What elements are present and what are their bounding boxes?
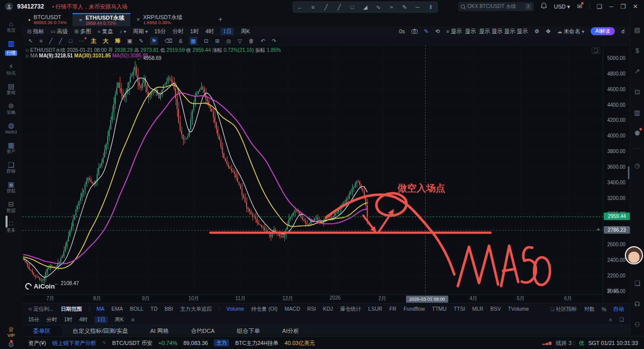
- drawing-tool-icon[interactable]: ≡: [39, 37, 42, 45]
- locate-button[interactable]: ⟲ 定位到...: [28, 306, 54, 313]
- multi-chart-menu[interactable]: ⊞多图: [74, 28, 91, 35]
- sub-indicator-button[interactable]: Fundflow: [404, 306, 425, 313]
- draw-tool-icon[interactable]: ‖: [424, 4, 437, 10]
- panel-resize-handle[interactable]: [6, 216, 8, 228]
- draw-tool-icon[interactable]: □: [346, 4, 359, 10]
- sound-menu[interactable]: ♪▾: [120, 29, 126, 34]
- candlestick-chart-canvas[interactable]: [22, 45, 603, 303]
- drawing-tool-icon[interactable]: ╱: [49, 37, 53, 45]
- drawing-tool-icon[interactable]: ▦: [189, 37, 197, 45]
- tab-prefix-icon[interactable]: ✕: [136, 17, 140, 22]
- overlay-indicator-button[interactable]: MA: [97, 306, 105, 313]
- drawing-tool-icon[interactable]: ↶: [261, 37, 265, 45]
- symbol-tab[interactable]: ● BTC/USDT 89083.36 0.74%: [22, 13, 72, 26]
- draw-tool-icon[interactable]: ≈: [385, 4, 398, 10]
- symbol-tab[interactable]: ✕ XRP/USDT永续 1.8956 0.36%: [130, 13, 188, 26]
- line-label[interactable]: 线路 3 :: [556, 339, 575, 347]
- trend-analysis-icon[interactable]: ↗: [634, 67, 640, 75]
- timeframe-button[interactable]: 1日: [95, 316, 108, 323]
- drawing-tool-icon[interactable]: 主: [91, 37, 97, 45]
- sub-indicator-button[interactable]: RSI: [307, 306, 316, 313]
- kline-compare-icon[interactable]: ▥: [634, 109, 640, 116]
- sidebar-item[interactable]: ▣ 授权: [0, 181, 22, 194]
- drawing-tool-icon[interactable]: ⌫: [165, 37, 173, 45]
- drawing-tool-icon[interactable]: ⚑: [150, 37, 158, 45]
- drawing-tool-icon[interactable]: ↷: [272, 37, 276, 45]
- draw-tool-icon[interactable]: ◢: [359, 4, 372, 11]
- sub-indicator-button[interactable]: Volume: [226, 306, 244, 313]
- monitor-icon[interactable]: ⊡: [634, 88, 640, 96]
- timeframe-button[interactable]: 分时: [173, 28, 184, 35]
- bottom-panel-tab[interactable]: 组合下单: [226, 325, 271, 336]
- watchlist-icon[interactable]: ▤: [634, 26, 640, 34]
- drawing-tool-icon[interactable]: ▽: [237, 37, 242, 45]
- sub-indicator-button[interactable]: TTSI: [454, 306, 465, 313]
- close-timeframe-icon[interactable]: ✕: [131, 317, 135, 323]
- overlay-indicator-button[interactable]: BBI: [165, 306, 173, 313]
- assistant-robot-icon[interactable]: ⚇: [634, 321, 640, 328]
- maximize-button[interactable]: ❐: [620, 3, 626, 10]
- collapse-circle-icon[interactable]: ⊙: [25, 48, 29, 53]
- symbol-tab[interactable]: ✕ ETH/USDT永续 2959.44 0.72%: [72, 13, 130, 26]
- sub-indicator-button[interactable]: TTMU: [432, 306, 446, 313]
- collapse-circle-icon[interactable]: ⊙: [25, 53, 29, 58]
- replay-menu[interactable]: «复盘: [98, 28, 113, 35]
- refresh-icon[interactable]: ⟲: [435, 28, 440, 35]
- overlay-indicator-button[interactable]: EMA: [111, 306, 123, 313]
- customer-service-headset-icon[interactable]: ☊: [634, 300, 640, 308]
- main-force-badge[interactable]: 主力: [214, 339, 229, 346]
- ai-robot-icon[interactable]: ⚉: [634, 129, 640, 137]
- axis-scrollbar[interactable]: [628, 166, 629, 179]
- drawing-tool-icon[interactable]: ╱: [59, 37, 62, 45]
- timeframe-button[interactable]: 4时: [79, 316, 88, 323]
- collapse-panel-icon[interactable]: ∧: [609, 317, 612, 322]
- log-scale-toggle[interactable]: 对数: [584, 306, 595, 313]
- panel-layout-icon[interactable]: ❏: [619, 317, 624, 322]
- sidebar-item[interactable]: ▥ 行情: [0, 40, 22, 56]
- auto-scale-toggle[interactable]: 自动: [613, 306, 624, 313]
- draw-tool-icon[interactable]: ←: [293, 4, 306, 10]
- notification-bell-icon[interactable]: [541, 3, 547, 11]
- sub-indicator-button[interactable]: MLR: [472, 306, 483, 313]
- assistant-avatar[interactable]: [625, 246, 643, 264]
- drawing-tool-icon[interactable]: 🗑: [249, 37, 254, 45]
- chip-distribution-toggle[interactable]: 筹码: [607, 288, 621, 295]
- currency-selector[interactable]: USD ▾: [554, 4, 570, 10]
- date-range-button[interactable]: 日期范围: [61, 306, 82, 313]
- search-input[interactable]: OKX BTC/USDT 永续 /: [458, 2, 534, 11]
- plot-expand-icon[interactable]: ❏: [592, 47, 600, 54]
- add-tab-button[interactable]: +: [211, 15, 229, 23]
- settings-gear-icon[interactable]: ⚙: [534, 28, 539, 35]
- ai-analysis-button[interactable]: AI解读: [591, 27, 614, 35]
- settings-gear-icon[interactable]: ⚙: [8, 340, 15, 349]
- timeframe-button[interactable]: 1时: [64, 316, 72, 323]
- sidebar-item[interactable]: ⊚ 策略: [0, 102, 22, 115]
- drawing-tool-icon[interactable]: ⊞: [215, 37, 220, 45]
- bottom-panel-tab[interactable]: AI 网格: [139, 325, 180, 336]
- new-window-icon[interactable]: ❏: [597, 3, 602, 10]
- drawing-tool-icon[interactable]: □: [69, 37, 72, 45]
- tab-prefix-icon[interactable]: ●: [28, 18, 31, 22]
- sub-indicator-button[interactable]: MACD: [285, 306, 300, 313]
- share-icon[interactable]: ☌: [621, 28, 625, 35]
- period-menu[interactable]: 周期▾: [133, 28, 148, 35]
- sidebar-item[interactable]: ∷ 更多: [0, 220, 22, 233]
- close-button[interactable]: ✕: [633, 3, 638, 10]
- timeframe-button[interactable]: 15分: [28, 316, 39, 323]
- sidebar-item[interactable]: ⌂ 首页: [0, 20, 22, 33]
- floating-draw-toolbar[interactable]: ←≡╱╱□◢∿≈✎─‖: [293, 2, 438, 13]
- timeframe-button[interactable]: 1时: [190, 28, 199, 35]
- sub-indicator-button[interactable]: 持仓量 (OI): [251, 306, 278, 313]
- timeframe-button[interactable]: 4时: [205, 28, 214, 35]
- sidebar-item[interactable]: ▤ 要闻: [0, 83, 22, 96]
- chain-assets-link[interactable]: 链上链下资产分析: [52, 339, 96, 347]
- draw-tool-icon[interactable]: ╱: [333, 4, 346, 11]
- drawing-tool-icon[interactable]: ▣: [127, 37, 132, 45]
- timeframe-button[interactable]: 1日: [220, 28, 234, 35]
- timeframe-button[interactable]: 周K: [240, 28, 250, 35]
- tab-prefix-icon[interactable]: ✕: [78, 18, 83, 23]
- sub-indicator-button[interactable]: KDJ: [323, 306, 333, 313]
- ticker-pair[interactable]: BTC/USDT 币安: [112, 339, 152, 347]
- sidebar-item[interactable]: ❑ 群聊: [0, 161, 22, 174]
- community-indicators-button[interactable]: ❏ 社区指标: [550, 306, 577, 313]
